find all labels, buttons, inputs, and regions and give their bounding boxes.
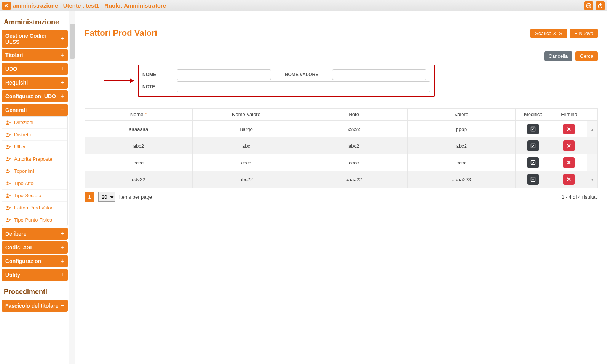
cell-valore: pppp [408, 121, 516, 137]
globe-icon[interactable] [584, 1, 593, 10]
sidebar-item-requisiti[interactable]: Requisiti+ [2, 77, 68, 89]
sidebar-sub-distretti[interactable]: Distretti [2, 128, 67, 140]
cell-nome_valore: abc22 [193, 171, 300, 188]
sidebar-scrollbar[interactable] [69, 11, 75, 364]
edit-button[interactable] [527, 140, 539, 151]
sidebar-heading: Amministrazione [2, 13, 68, 30]
user-icon [6, 120, 11, 125]
svg-point-4 [7, 133, 9, 134]
cell-delete [551, 171, 587, 188]
svg-point-10 [7, 206, 9, 208]
delete-button[interactable] [563, 140, 575, 151]
cell-valore: aaaa223 [408, 171, 516, 188]
nome-valore-label: NOME VALORE [271, 72, 332, 77]
cell-nome_valore: abc [193, 137, 300, 154]
edit-button[interactable] [527, 174, 539, 185]
search-box: NOME NOME VALORE NOTE [138, 65, 435, 97]
cell-delete [551, 137, 587, 154]
nome-valore-input[interactable] [332, 69, 426, 80]
results-table: Nome↑ Nome Valore Note Valore Modifica E… [85, 108, 598, 188]
svg-point-7 [7, 169, 9, 171]
cell-valore: cccc [408, 154, 516, 171]
col-nome[interactable]: Nome↑ [85, 109, 193, 121]
sidebar-item-delibere[interactable]: Delibere+ [2, 228, 68, 240]
col-valore[interactable]: Valore [408, 109, 516, 121]
user-icon [6, 217, 11, 223]
cell-valore: abc2 [408, 137, 516, 154]
user-icon [6, 156, 11, 162]
sidebar-item-udo[interactable]: UDO+ [2, 63, 68, 75]
delete-button[interactable] [563, 124, 575, 134]
nome-input[interactable] [177, 69, 271, 80]
sidebar-item-configurazioni[interactable]: Configurazioni+ [2, 255, 68, 267]
sidebar-item-generali[interactable]: Generali− [2, 104, 68, 116]
sidebar-sublist-generali: Direzioni Distretti Uffici Autorita Prep… [2, 116, 68, 226]
sidebar-item-fascicolo[interactable]: Fascicolo del titolare− [2, 300, 68, 312]
cell-edit [516, 154, 551, 171]
annotation-arrow [85, 80, 134, 81]
sidebar-sub-fattori-prod[interactable]: Fattori Prod Valori [2, 201, 67, 214]
table-row: aaaaaaaBargoxxxxxpppp▴ [85, 121, 597, 137]
scarica-xls-button[interactable]: Scarica XLS [530, 29, 567, 38]
sidebar-sub-tipo-societa[interactable]: Tipo Societa [2, 189, 67, 201]
sidebar-item-titolari[interactable]: Titolari+ [2, 49, 68, 61]
user-icon [6, 181, 11, 186]
sidebar-sub-tipo-atto[interactable]: Tipo Atto [2, 177, 67, 189]
user-icon [6, 205, 11, 211]
power-icon[interactable] [596, 1, 605, 10]
topbar: amministrazione - Utente : test1 - Ruolo… [0, 0, 607, 11]
delete-button[interactable] [563, 174, 575, 185]
svg-point-6 [7, 157, 9, 159]
topbar-title: amministrazione - Utente : test1 - Ruolo… [13, 2, 166, 9]
edit-button[interactable] [527, 124, 539, 134]
page-title: Fattori Prod Valori [85, 28, 157, 38]
plus-icon: + [575, 30, 578, 36]
sidebar-heading-2: Procedimenti [2, 283, 68, 300]
nome-label: NOME [142, 72, 177, 77]
note-input[interactable] [177, 81, 430, 92]
note-label: NOTE [142, 84, 177, 89]
cancella-button[interactable]: Cancella [544, 51, 573, 61]
sidebar-sub-autorita[interactable]: Autorita Preposte [2, 153, 67, 165]
sidebar-item-gestione-codici[interactable]: Gestione Codici ULSS+ [2, 30, 68, 48]
svg-point-5 [7, 145, 9, 147]
col-modifica: Modifica [516, 109, 551, 121]
cerca-button[interactable]: Cerca [575, 51, 598, 61]
table-row: cccccccccccccccc [85, 154, 597, 171]
svg-point-3 [7, 120, 9, 122]
col-nome-valore[interactable]: Nome Valore [193, 109, 300, 121]
plus-icon: + [61, 65, 64, 72]
col-scroll [587, 109, 597, 121]
col-note[interactable]: Note [300, 109, 408, 121]
nuova-button[interactable]: +Nuova [570, 29, 598, 38]
scroll-gutter [587, 154, 597, 171]
sidebar-item-utility[interactable]: Utility+ [2, 269, 68, 281]
cell-note: abc2 [300, 137, 408, 154]
table-row: abc2abcabc2abc2 [85, 137, 597, 154]
sidebar-sub-uffici[interactable]: Uffici [2, 140, 67, 153]
plus-icon: + [61, 230, 64, 237]
sidebar-item-codici-asl[interactable]: Codici ASL+ [2, 241, 68, 254]
user-icon [6, 169, 11, 174]
cell-edit [516, 171, 551, 188]
plus-icon: + [61, 244, 64, 251]
svg-point-8 [7, 181, 9, 183]
cell-nome: cccc [85, 154, 193, 171]
sidebar-sub-direzioni[interactable]: Direzioni [2, 117, 67, 128]
plus-icon: + [61, 35, 64, 42]
sidebar-collapse-button[interactable] [2, 2, 11, 10]
edit-button[interactable] [527, 157, 539, 168]
delete-button[interactable] [563, 157, 575, 168]
sidebar-sub-tipo-punto[interactable]: Tipo Punto Fisico [2, 214, 67, 226]
page-number[interactable]: 1 [85, 192, 94, 202]
cell-nome: odv22 [85, 171, 193, 188]
sidebar-item-configurazioni-udo[interactable]: Configurazioni UDO+ [2, 90, 68, 102]
sidebar-sub-toponimi[interactable]: Toponimi [2, 165, 67, 177]
plus-icon: + [61, 79, 64, 86]
user-icon [6, 132, 11, 137]
cell-edit [516, 137, 551, 154]
cell-note: xxxxx [300, 121, 408, 137]
minus-icon: − [61, 107, 64, 113]
cell-delete [551, 121, 587, 137]
page-size-select[interactable]: 20 [98, 192, 115, 202]
